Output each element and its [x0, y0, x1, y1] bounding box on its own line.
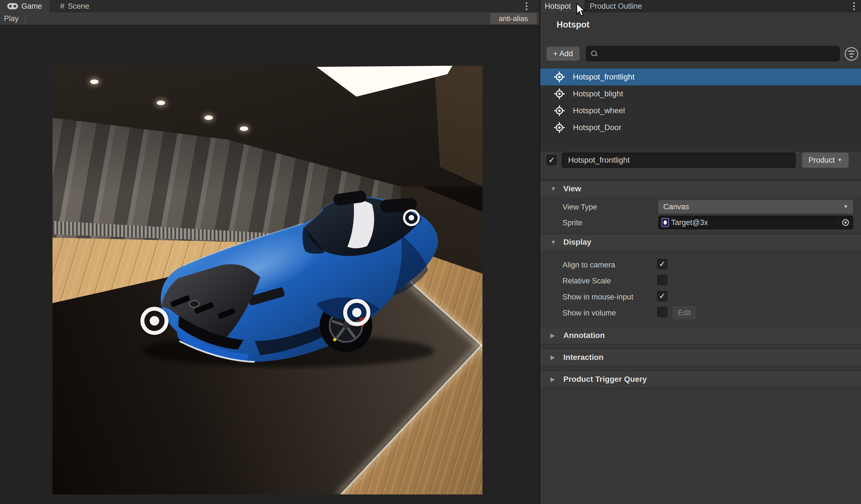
sprite-icon: [661, 218, 669, 227]
enabled-checkbox[interactable]: ✓: [546, 155, 557, 165]
type-dropdown[interactable]: Product ▼: [802, 152, 849, 168]
mouse-cursor: [575, 3, 586, 17]
search-field[interactable]: [586, 46, 840, 61]
section-label: View: [563, 184, 581, 193]
hotspot-target-icon: [554, 122, 565, 133]
tab-game-label: Game: [21, 2, 42, 11]
section-header-display[interactable]: ▼ Display: [540, 234, 861, 250]
hotspot-marker-dot: [409, 215, 414, 220]
toolbar-separator: [25, 15, 26, 23]
rendered-scene[interactable]: [53, 66, 482, 494]
hotspot-target-icon: [554, 71, 565, 83]
list-item-hotspot-wheel[interactable]: Hotspot_wheel: [540, 102, 861, 119]
tab-game[interactable]: Game: [0, 0, 50, 12]
left-pane-menu-icon[interactable]: [526, 2, 528, 4]
align-to-camera-checkbox[interactable]: ✓: [657, 259, 667, 269]
sprite-object-value: Target@3x: [671, 218, 838, 227]
sprite-object-field[interactable]: Target@3x: [658, 216, 853, 229]
spotlight-icon: [157, 100, 165, 105]
game-toolbar: [0, 12, 539, 25]
section-header-product-trigger-query[interactable]: ▶ Product Trigger Query: [540, 370, 861, 388]
list-item-hotspot-blight[interactable]: Hotspot_blight: [540, 85, 861, 102]
hotspot-list: Hotspot_frontlight Hotspot_blight Hotspo…: [540, 69, 861, 152]
editor-window: Game Scene Play anti-alias: [0, 0, 861, 504]
hotspot-marker-dot: [352, 308, 361, 317]
show-in-mouse-input-label: Show in mouse-input: [562, 293, 633, 301]
hotspot-marker-dot: [150, 316, 159, 326]
spotlight-icon: [90, 80, 98, 84]
section-header-interaction[interactable]: ▶ Interaction: [540, 349, 861, 366]
view-type-label: View Type: [562, 203, 597, 212]
foldout-closed-icon: ▶: [550, 332, 558, 339]
tab-scene[interactable]: Scene: [53, 0, 97, 12]
filter-icon[interactable]: [845, 47, 858, 61]
right-pane-menu-icon[interactable]: [853, 2, 855, 4]
foldout-closed-icon: ▶: [550, 376, 558, 383]
list-item-hotspot-door[interactable]: Hotspot_Door: [540, 119, 861, 136]
relative-scale-label: Relative Scale: [562, 277, 611, 285]
view-type-value: Canvas: [663, 203, 689, 211]
spotlight-icon: [240, 126, 248, 131]
list-item-label: Hotspot_blight: [573, 89, 623, 98]
chevron-down-icon: ▼: [837, 157, 842, 163]
object-picker-icon[interactable]: [838, 216, 852, 229]
hotspot-target-icon: [554, 105, 565, 116]
tab-product-outline-label: Product Outline: [590, 2, 642, 11]
name-field: [562, 152, 795, 168]
foldout-closed-icon: ▶: [550, 354, 558, 361]
tab-product-outline[interactable]: Product Outline: [584, 0, 648, 12]
panel-title: Hotspot: [557, 20, 589, 30]
grid-icon: [60, 2, 65, 11]
show-in-volume-checkbox[interactable]: [657, 307, 667, 317]
section-label: Product Trigger Query: [563, 375, 647, 384]
hotspot-marker-rear[interactable]: [403, 209, 420, 226]
anti-alias-button[interactable]: anti-alias: [490, 13, 537, 24]
foldout-open-icon: ▼: [550, 239, 558, 246]
hotspot-marker-front[interactable]: [140, 307, 168, 335]
play-button[interactable]: Play: [0, 12, 25, 25]
section-label: Display: [563, 238, 591, 247]
tab-hotspot-label: Hotspot: [545, 2, 571, 11]
foldout-open-icon: ▼: [550, 186, 558, 192]
hotspot-target-icon: [554, 88, 565, 99]
view-type-dropdown[interactable]: Canvas ▼: [658, 200, 853, 214]
tab-scene-label: Scene: [68, 2, 90, 11]
section-header-view[interactable]: ▼ View: [540, 180, 861, 197]
section-label: Annotation: [563, 331, 605, 340]
section-header-annotation[interactable]: ▶ Annotation: [540, 326, 861, 344]
show-in-volume-label: Show in volume: [562, 309, 616, 317]
type-dropdown-label: Product: [808, 156, 835, 165]
sprite-label: Sprite: [562, 219, 583, 227]
add-hotspot-button[interactable]: + Add: [546, 46, 579, 61]
align-to-camera-label: Align to camera: [562, 261, 615, 269]
search-input[interactable]: [598, 49, 828, 58]
gamepad-icon: [7, 3, 18, 9]
spotlight-icon: [204, 115, 213, 120]
list-item-label: Hotspot_wheel: [573, 106, 625, 115]
list-item-label: Hotspot_Door: [573, 123, 621, 132]
section-label: Interaction: [563, 353, 603, 362]
list-item-label: Hotspot_frontlight: [573, 72, 634, 81]
chevron-down-icon: ▼: [843, 204, 848, 209]
car-render: [137, 184, 449, 369]
edit-volume-button[interactable]: Edit: [672, 306, 696, 319]
hotspot-marker-wheel[interactable]: [343, 299, 370, 326]
relative-scale-checkbox[interactable]: [657, 275, 667, 285]
list-item-hotspot-frontlight[interactable]: Hotspot_frontlight: [540, 69, 861, 85]
search-icon: [590, 50, 598, 57]
name-input[interactable]: [568, 155, 787, 165]
show-in-mouse-input-checkbox[interactable]: ✓: [657, 291, 667, 301]
